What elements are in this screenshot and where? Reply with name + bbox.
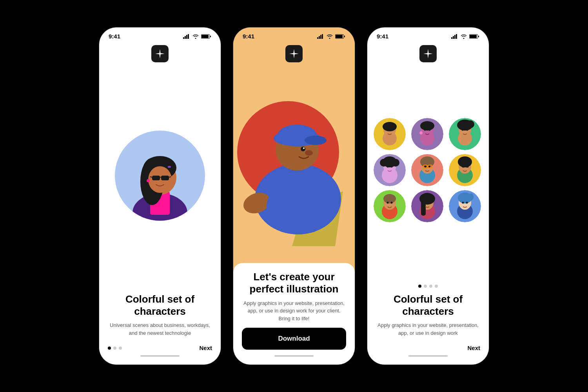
screen-subtitle-2: Apply graphics in your website, presenta…: [242, 299, 346, 323]
svg-point-38: [303, 147, 305, 149]
status-bar-1: 9:41: [99, 27, 221, 42]
app-icon-3: [419, 45, 437, 62]
signal-icon-2: [317, 34, 324, 39]
svg-point-81: [425, 166, 426, 168]
svg-point-92: [463, 166, 465, 168]
svg-rect-2: [186, 35, 187, 39]
app-icon-2: [285, 45, 303, 62]
page-dots-3: [418, 285, 438, 288]
status-icons-1: [183, 34, 211, 39]
spark-icon-3: [423, 48, 434, 59]
svg-rect-16: [152, 176, 160, 180]
svg-point-60: [429, 129, 431, 131]
screen-title-1: Colorful set of characters: [108, 293, 212, 318]
svg-point-36: [305, 136, 327, 145]
svg-point-75: [387, 166, 389, 168]
avatar-5: [411, 154, 443, 186]
svg-point-112: [462, 202, 464, 204]
svg-rect-0: [183, 37, 184, 39]
status-bar-3: 9:41: [367, 27, 489, 42]
svg-point-41: [267, 180, 329, 234]
signal-icon-1: [183, 34, 190, 39]
battery-icon-2: [335, 34, 345, 39]
svg-point-98: [387, 202, 389, 204]
svg-rect-42: [451, 37, 452, 39]
status-time-1: 9:41: [109, 33, 120, 40]
dot-1-2: [113, 347, 116, 350]
dot-1-3: [119, 347, 122, 350]
svg-point-113: [466, 202, 468, 204]
phone-3: 9:41: [367, 27, 489, 365]
home-indicator-3: [408, 355, 448, 357]
wifi-icon-3: [461, 34, 467, 39]
svg-line-19: [150, 177, 152, 177]
svg-rect-17: [161, 176, 169, 180]
app-icon-wrap-2: [233, 42, 355, 65]
svg-point-54: [391, 129, 393, 131]
screen-title-2: Let's create your perfect illustration: [242, 271, 346, 295]
svg-point-106: [428, 202, 430, 204]
svg-rect-47: [470, 35, 477, 38]
svg-rect-1: [185, 36, 186, 39]
svg-point-74: [392, 159, 399, 167]
app-icon-wrap-1: [99, 42, 221, 65]
avatar-6: [449, 154, 481, 186]
app-icon-wrap-3: [367, 42, 489, 65]
page-dots-1: [108, 347, 122, 350]
svg-point-99: [391, 202, 393, 204]
bottom-content-2: Let's create your perfect illustration A…: [233, 263, 355, 365]
svg-rect-43: [453, 36, 454, 39]
dot-1-1: [108, 347, 111, 350]
character-circle-1: [115, 131, 205, 221]
svg-rect-27: [336, 35, 343, 38]
status-time-3: 9:41: [377, 33, 388, 40]
bottom-content-1: Colorful set of characters Universal sce…: [99, 287, 221, 365]
svg-rect-28: [344, 36, 345, 37]
next-button-1[interactable]: Next: [199, 345, 212, 351]
page-dots-row-3: [376, 282, 480, 289]
svg-point-59: [424, 129, 426, 131]
avatar-1: [374, 118, 406, 150]
svg-point-89: [458, 156, 472, 167]
avatar-7: [374, 190, 406, 222]
status-icons-2: [317, 34, 345, 39]
svg-point-93: [467, 166, 469, 168]
character-svg-2: [233, 82, 355, 246]
svg-point-67: [466, 129, 468, 131]
wifi-icon-2: [327, 34, 333, 39]
svg-rect-44: [454, 35, 456, 39]
nav-row-3: Next: [376, 342, 480, 353]
svg-rect-24: [320, 35, 321, 39]
svg-rect-23: [319, 36, 320, 39]
svg-rect-14: [168, 166, 171, 168]
phone-1: 9:41: [99, 27, 221, 365]
screen-subtitle-1: Universal scenes about business, workday…: [108, 321, 212, 337]
illustration-area-1: [99, 65, 221, 287]
svg-point-53: [387, 129, 388, 131]
battery-icon-3: [469, 34, 479, 39]
svg-rect-6: [210, 36, 211, 37]
status-time-2: 9:41: [243, 33, 254, 40]
svg-point-68: [466, 120, 474, 128]
svg-point-73: [380, 159, 388, 167]
screen-title-3: Colorful set of characters: [376, 293, 480, 318]
next-button-3[interactable]: Next: [467, 345, 480, 351]
avatar-9: [449, 190, 481, 222]
svg-point-21: [147, 179, 150, 182]
svg-point-66: [462, 129, 464, 131]
avatar-grid-3: [367, 65, 489, 276]
svg-rect-48: [478, 36, 479, 37]
svg-point-61: [419, 131, 423, 134]
download-button[interactable]: Download: [242, 328, 346, 350]
dot-3-2: [424, 285, 427, 288]
illustration-area-2: [233, 65, 355, 263]
avatar-3: [449, 118, 481, 150]
signal-icon-3: [451, 34, 458, 39]
svg-point-52: [383, 122, 397, 131]
svg-point-58: [420, 121, 434, 131]
svg-rect-25: [322, 34, 323, 39]
home-indicator-1: [140, 355, 180, 357]
spark-icon-2: [289, 48, 299, 59]
dot-3-1: [418, 285, 421, 288]
avatar-2: [411, 118, 443, 150]
